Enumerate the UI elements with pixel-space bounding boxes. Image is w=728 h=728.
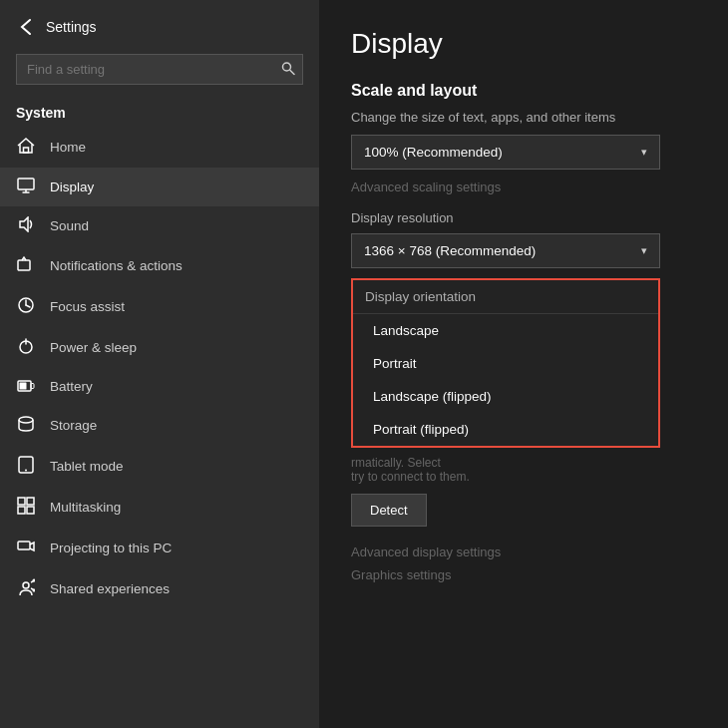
graphics-settings-link: Graphics settings bbox=[351, 567, 696, 582]
focus-icon bbox=[16, 296, 36, 317]
orientation-option-landscape[interactable]: Landscape bbox=[353, 314, 658, 347]
scale-section-desc: Change the size of text, apps, and other… bbox=[351, 110, 696, 125]
home-label: Home bbox=[50, 140, 86, 155]
resolution-label: Display resolution bbox=[351, 210, 696, 225]
display-icon bbox=[16, 178, 36, 196]
resolution-dropdown-arrow: ▾ bbox=[641, 244, 647, 257]
detect-text-part1: rmatically. Select bbox=[351, 456, 441, 470]
scale-section-title: Scale and layout bbox=[351, 82, 696, 100]
tablet-icon bbox=[16, 456, 36, 477]
orientation-option-portrait[interactable]: Portrait bbox=[353, 347, 658, 380]
shared-icon bbox=[16, 578, 36, 599]
sidebar-item-multitasking[interactable]: Multitasking bbox=[0, 487, 319, 528]
orientation-option-portrait-flipped[interactable]: Portrait (flipped) bbox=[353, 413, 658, 446]
svg-rect-3 bbox=[18, 179, 34, 189]
resolution-value: 1366 × 768 (Recommended) bbox=[364, 243, 536, 258]
orientation-option-landscape-flipped[interactable]: Landscape (flipped) bbox=[353, 380, 658, 413]
focus-label: Focus assist bbox=[50, 299, 125, 314]
orientation-dropdown[interactable]: Display orientation Landscape Portrait L… bbox=[351, 278, 660, 448]
sidebar-item-storage[interactable]: Storage bbox=[0, 405, 319, 446]
back-button[interactable] bbox=[16, 14, 36, 40]
svg-line-10 bbox=[26, 305, 30, 307]
sidebar-item-home[interactable]: Home bbox=[0, 127, 319, 168]
bottom-links: Advanced display settings Graphics setti… bbox=[351, 545, 696, 582]
sidebar-item-notifications[interactable]: Notifications & actions bbox=[0, 245, 319, 286]
scale-dropdown[interactable]: 100% (Recommended) ▾ bbox=[351, 135, 660, 170]
orientation-section: Display orientation Landscape Portrait L… bbox=[351, 278, 696, 448]
multitasking-icon bbox=[16, 497, 36, 518]
tablet-label: Tablet mode bbox=[50, 459, 124, 474]
svg-point-0 bbox=[283, 63, 291, 71]
detect-section: rmatically. Select try to connect to the… bbox=[351, 456, 696, 527]
search-box bbox=[16, 54, 303, 85]
svg-rect-15 bbox=[20, 383, 27, 390]
svg-rect-22 bbox=[27, 507, 34, 514]
home-icon bbox=[16, 137, 36, 158]
svg-rect-19 bbox=[18, 498, 25, 505]
sidebar-item-shared[interactable]: Shared experiences bbox=[0, 568, 319, 609]
sidebar-item-display[interactable]: Display bbox=[0, 168, 319, 206]
svg-rect-20 bbox=[27, 498, 34, 505]
projecting-label: Projecting to this PC bbox=[50, 541, 172, 555]
multitasking-label: Multitasking bbox=[50, 500, 121, 515]
notifications-icon bbox=[16, 255, 36, 276]
advanced-scaling-link: Advanced scaling settings bbox=[351, 180, 696, 194]
shared-label: Shared experiences bbox=[50, 581, 170, 596]
display-label: Display bbox=[50, 180, 94, 194]
storage-label: Storage bbox=[50, 418, 97, 433]
search-icon[interactable] bbox=[281, 61, 295, 78]
svg-rect-21 bbox=[18, 507, 25, 514]
sidebar-item-sound[interactable]: Sound bbox=[0, 206, 319, 245]
notifications-label: Notifications & actions bbox=[50, 258, 182, 273]
orientation-header: Display orientation bbox=[353, 280, 658, 314]
detect-text: rmatically. Select try to connect to the… bbox=[351, 456, 696, 484]
settings-title: Settings bbox=[46, 19, 97, 35]
sidebar-item-projecting[interactable]: Projecting to this PC bbox=[0, 528, 319, 568]
power-icon bbox=[16, 337, 36, 358]
svg-rect-2 bbox=[24, 148, 29, 153]
svg-rect-14 bbox=[31, 384, 34, 389]
advanced-display-link: Advanced display settings bbox=[351, 545, 696, 559]
svg-rect-23 bbox=[18, 542, 30, 549]
scale-dropdown-arrow: ▾ bbox=[641, 146, 647, 159]
battery-icon bbox=[16, 378, 36, 395]
page-title: Display bbox=[351, 28, 696, 60]
detect-button[interactable]: Detect bbox=[351, 494, 427, 527]
svg-line-1 bbox=[290, 70, 294, 74]
svg-point-24 bbox=[23, 582, 29, 588]
battery-label: Battery bbox=[50, 379, 93, 394]
main-content: Display Scale and layout Change the size… bbox=[319, 0, 728, 728]
svg-marker-6 bbox=[20, 217, 28, 231]
sidebar-header: Settings bbox=[0, 0, 319, 54]
svg-rect-7 bbox=[18, 260, 30, 270]
sidebar-item-focus[interactable]: Focus assist bbox=[0, 286, 319, 327]
sidebar-item-tablet[interactable]: Tablet mode bbox=[0, 446, 319, 487]
resolution-dropdown[interactable]: 1366 × 768 (Recommended) ▾ bbox=[351, 233, 660, 268]
detect-text-part2: try to connect to them. bbox=[351, 470, 470, 484]
sound-label: Sound bbox=[50, 218, 89, 233]
svg-point-18 bbox=[25, 470, 27, 472]
system-label: System bbox=[0, 97, 319, 127]
power-label: Power & sleep bbox=[50, 340, 137, 355]
search-input[interactable] bbox=[16, 54, 303, 85]
sidebar-item-power[interactable]: Power & sleep bbox=[0, 327, 319, 368]
svg-point-16 bbox=[19, 417, 33, 423]
sidebar: Settings System Home bbox=[0, 0, 319, 728]
sound-icon bbox=[16, 216, 36, 235]
storage-icon bbox=[16, 415, 36, 436]
projecting-icon bbox=[16, 538, 36, 558]
sidebar-item-battery[interactable]: Battery bbox=[0, 368, 319, 405]
scale-value: 100% (Recommended) bbox=[364, 145, 503, 160]
